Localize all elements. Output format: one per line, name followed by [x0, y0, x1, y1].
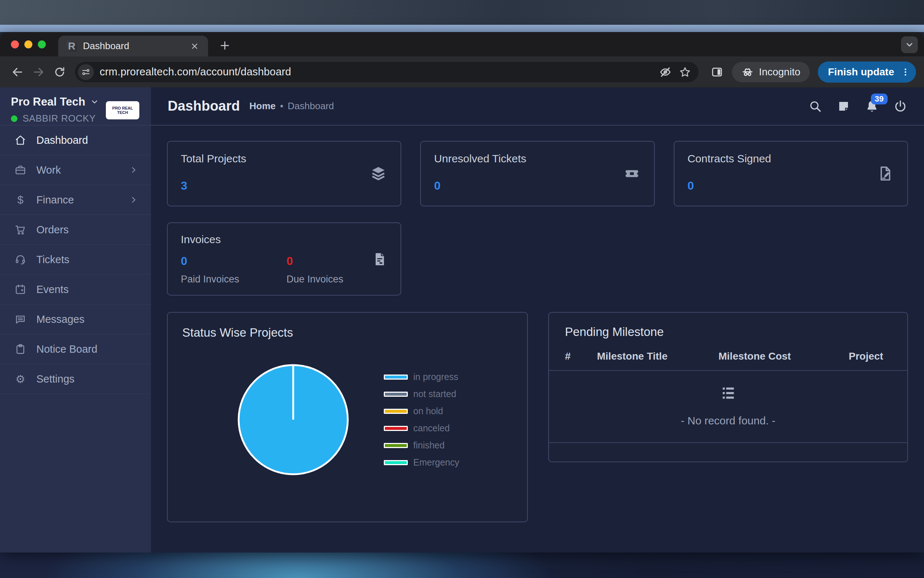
sidebar-item-work[interactable]: Work	[0, 156, 151, 185]
contract-signature-icon	[877, 165, 893, 182]
dollar-icon: $	[15, 194, 26, 206]
sidebar-item-settings[interactable]: ⚙ Settings	[0, 364, 151, 394]
chart-title: Status Wise Projects	[182, 326, 513, 339]
tab-title: Dashboard	[83, 41, 183, 52]
milestone-table-header: # Milestone Title Milestone Cost Project	[549, 339, 907, 371]
cart-icon	[15, 224, 26, 235]
sidebar-item-finance[interactable]: $ Finance	[0, 185, 151, 215]
browser-window: R Dashboard crm.prorealtech.com/accou	[0, 32, 924, 552]
notes-icon[interactable]	[837, 99, 851, 113]
gear-icon: ⚙	[15, 373, 26, 385]
browser-menu-kebab-icon[interactable]	[901, 67, 910, 78]
tab-close-icon[interactable]	[189, 41, 200, 52]
search-icon[interactable]	[808, 99, 822, 113]
sidebar-item-orders[interactable]: Orders	[0, 215, 151, 245]
chevron-right-icon	[129, 166, 138, 174]
pending-milestone-title: Pending Milestone	[549, 313, 907, 339]
legend-label: finished	[413, 440, 445, 451]
chevron-down-icon	[90, 97, 99, 106]
sidebar-item-tickets[interactable]: Tickets	[0, 245, 151, 275]
stat-cards-row: Total Projects 3 Unresolved Tickets 0	[167, 141, 908, 206]
finish-update-label: Finish update	[828, 66, 894, 78]
sidebar-item-label: Dashboard	[36, 134, 138, 146]
legend-item[interactable]: not started	[384, 389, 459, 399]
sidebar-item-label: Tickets	[36, 254, 138, 266]
window-close-button[interactable]	[11, 41, 19, 49]
sidebar-item-label: Messages	[36, 313, 138, 325]
bookmark-star-icon[interactable]	[678, 65, 692, 79]
paid-invoices-value: 0	[181, 255, 239, 268]
invoices-card: Invoices 0 Paid Invoices 0 Due Invoices	[167, 222, 401, 295]
home-icon	[15, 134, 26, 146]
forward-icon[interactable]	[29, 63, 48, 81]
contracts-signed-value: 0	[688, 179, 894, 195]
sidebar: Pro Real Tech SABBIR ROCKY PRO REAL TECH	[0, 88, 151, 552]
clipboard-icon	[15, 343, 26, 355]
breadcrumb-separator: •	[280, 101, 283, 112]
incognito-label: Incognito	[759, 66, 800, 78]
total-projects-card: Total Projects 3	[167, 141, 401, 206]
legend-swatch	[384, 426, 408, 431]
unresolved-tickets-value: 0	[434, 179, 641, 195]
card-title: Unresolved Tickets	[434, 153, 641, 165]
sidebar-item-label: Notice Board	[36, 343, 138, 355]
contracts-signed-card: Contracts Signed 0	[674, 141, 908, 206]
legend-label: in progress	[413, 372, 458, 382]
site-info-icon[interactable]	[78, 64, 94, 80]
unresolved-tickets-card: Unresolved Tickets 0	[420, 141, 654, 206]
sidebar-item-dashboard[interactable]: Dashboard	[0, 125, 151, 156]
dashboard-content: Total Projects 3 Unresolved Tickets 0	[151, 125, 924, 552]
notifications-bell-icon[interactable]: 39	[865, 99, 879, 113]
legend-item[interactable]: Emergency	[384, 457, 459, 468]
breadcrumb-current: Dashboard	[288, 101, 334, 112]
url-text[interactable]: crm.prorealtech.com/account/dashboard	[100, 66, 653, 78]
page-title: Dashboard	[168, 98, 240, 114]
finish-update-button[interactable]: Finish update	[818, 62, 916, 83]
milestone-table-footer	[549, 443, 907, 461]
window-controls	[11, 41, 46, 49]
due-invoices: 0 Due Invoices	[286, 255, 343, 285]
card-title: Invoices	[181, 233, 387, 246]
due-invoices-label: Due Invoices	[286, 274, 343, 285]
breadcrumb-home[interactable]: Home	[249, 101, 275, 112]
pending-milestone-card: Pending Milestone # Milestone Title Mile…	[548, 312, 908, 462]
header-actions: 39	[808, 99, 907, 113]
crm-app: Pro Real Tech SABBIR ROCKY PRO REAL TECH	[0, 88, 924, 552]
legend-item[interactable]: in progress	[384, 372, 459, 382]
side-panel-icon[interactable]	[707, 62, 727, 82]
back-icon[interactable]	[8, 63, 27, 81]
page-header: Dashboard Home • Dashboard 39	[151, 88, 924, 125]
chart-legend: in progress not started on hold	[384, 372, 459, 468]
eye-slash-icon[interactable]	[659, 65, 672, 79]
sidebar-item-messages[interactable]: Messages	[0, 305, 151, 334]
incognito-badge: Incognito	[732, 62, 810, 82]
window-zoom-button[interactable]	[38, 41, 46, 49]
sidebar-item-label: Finance	[36, 194, 119, 206]
logout-power-icon[interactable]	[893, 99, 907, 113]
desktop-wallpaper-strip	[0, 25, 924, 32]
due-invoices-value: 0	[286, 255, 343, 268]
sidebar-item-events[interactable]: Events	[0, 275, 151, 305]
new-tab-button[interactable]	[218, 39, 231, 52]
invoice-columns: 0 Paid Invoices 0 Due Invoices	[181, 255, 387, 285]
tab-strip: R Dashboard	[0, 32, 924, 57]
tab-strip-chevron-icon[interactable]	[901, 36, 918, 53]
layers-icon	[370, 165, 387, 182]
notifications-count-badge: 39	[871, 94, 888, 104]
sidebar-item-notice-board[interactable]: Notice Board	[0, 334, 151, 364]
legend-item[interactable]: canceled	[384, 423, 459, 434]
charts-row: Status Wise Projects	[167, 312, 908, 522]
address-bar[interactable]: crm.prorealtech.com/account/dashboard	[75, 62, 699, 82]
browser-tab[interactable]: R Dashboard	[58, 36, 208, 57]
sidebar-item-label: Work	[36, 164, 119, 176]
briefcase-icon	[15, 164, 26, 176]
legend-item[interactable]: finished	[384, 440, 459, 451]
reload-icon[interactable]	[50, 63, 69, 81]
pie-chart-area: in progress not started on hold	[182, 339, 513, 500]
tab-favicon-icon: R	[66, 41, 77, 52]
legend-item[interactable]: on hold	[384, 406, 459, 416]
sidebar-header: Pro Real Tech SABBIR ROCKY PRO REAL TECH	[0, 88, 151, 125]
column-header-index: #	[565, 351, 597, 362]
window-minimize-button[interactable]	[24, 41, 32, 49]
paid-invoices-label: Paid Invoices	[181, 274, 239, 285]
